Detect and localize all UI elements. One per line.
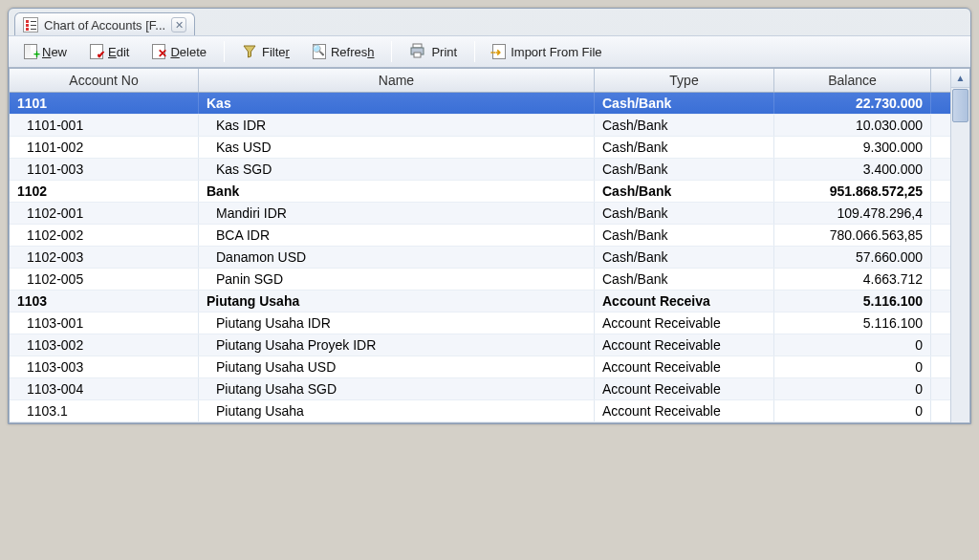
refresh-icon [313, 44, 326, 59]
grid-header: Account No Name Type Balance [10, 69, 969, 93]
cell-name: Kas SGD [199, 159, 595, 180]
cell-name: Danamon USD [199, 247, 595, 268]
cell-type: Cash/Bank [595, 115, 774, 136]
cell-type: Cash/Bank [595, 269, 774, 290]
cell-name: Bank [199, 181, 595, 202]
cell-account-no: 1101-003 [10, 159, 199, 180]
new-button[interactable]: New [18, 41, 73, 62]
new-label: New [42, 45, 67, 59]
cell-name: Kas USD [199, 137, 595, 158]
delete-button[interactable]: Delete [146, 41, 212, 62]
delete-label: Delete [170, 45, 207, 59]
toolbar-separator [474, 41, 475, 62]
edit-label: Edit [108, 45, 129, 59]
cell-account-no: 1103.1 [10, 400, 199, 421]
cell-balance: 5.116.100 [774, 291, 931, 312]
vertical-scrollbar[interactable]: ▲ [950, 69, 969, 422]
table-row[interactable]: 1101KasCash/Bank22.730.000 [10, 93, 969, 115]
cell-name: Piutang Usaha [199, 400, 595, 421]
cell-name: Piutang Usaha SGD [199, 378, 595, 399]
cell-type: Cash/Bank [595, 225, 774, 246]
print-button[interactable]: Print [403, 40, 463, 63]
edit-button[interactable]: Edit [84, 41, 135, 62]
list-icon [23, 17, 38, 32]
column-header-account-no[interactable]: Account No [10, 69, 199, 92]
cell-type: Cash/Bank [595, 137, 774, 158]
cell-name: Panin SGD [199, 269, 595, 290]
cell-account-no: 1102-003 [10, 247, 199, 268]
tab-title: Chart of Accounts [F... [44, 18, 165, 32]
import-icon [492, 44, 506, 59]
cell-balance: 3.400.000 [774, 159, 931, 180]
refresh-button[interactable]: Refresh [307, 41, 381, 62]
cell-type: Account Receivable [595, 400, 774, 421]
cell-account-no: 1101-001 [10, 115, 199, 136]
table-row[interactable]: 1103Piutang UsahaAccount Receiva5.116.10… [10, 291, 969, 312]
scroll-up-icon[interactable]: ▲ [951, 69, 969, 88]
column-header-type[interactable]: Type [595, 69, 774, 92]
cell-balance: 780.066.563,85 [774, 225, 931, 246]
table-row[interactable]: 1103-001Piutang Usaha IDRAccount Receiva… [10, 312, 969, 334]
table-row[interactable]: 1103-004Piutang Usaha SGDAccount Receiva… [10, 378, 969, 400]
table-row[interactable]: 1102-003Danamon USDCash/Bank57.660.000 [10, 247, 969, 269]
print-label: Print [431, 45, 457, 59]
cell-name: Piutang Usaha IDR [199, 312, 595, 334]
cell-account-no: 1101-002 [10, 137, 199, 158]
cell-account-no: 1102 [10, 181, 199, 202]
cell-type: Cash/Bank [595, 159, 774, 180]
tab-chart-of-accounts[interactable]: Chart of Accounts [F... ✕ [14, 12, 195, 35]
toolbar: New Edit Delete Filter Refresh Print [9, 35, 970, 68]
scroll-thumb[interactable] [952, 89, 968, 122]
table-row[interactable]: 1103-002Piutang Usaha Proyek IDRAccount … [10, 334, 969, 356]
table-row[interactable]: 1102BankCash/Bank951.868.572,25 [10, 181, 969, 203]
cell-name: Kas [199, 93, 595, 114]
cell-name: Piutang Usaha [199, 291, 595, 312]
filter-icon [242, 44, 257, 59]
cell-type: Cash/Bank [595, 203, 774, 224]
table-row[interactable]: 1102-005Panin SGDCash/Bank4.663.712 [10, 269, 969, 291]
cell-type: Account Receiva [595, 291, 774, 312]
cell-account-no: 1102-001 [10, 203, 199, 224]
chart-of-accounts-window: Chart of Accounts [F... ✕ New Edit Delet… [8, 8, 971, 424]
column-header-balance[interactable]: Balance [774, 69, 931, 92]
cell-balance: 57.660.000 [774, 247, 931, 268]
column-header-name[interactable]: Name [199, 69, 595, 92]
cell-balance: 0 [774, 334, 931, 355]
cell-name: Mandiri IDR [199, 203, 595, 224]
cell-type: Account Receivable [595, 356, 774, 377]
filter-label: Filter [262, 45, 290, 59]
table-row[interactable]: 1101-001Kas IDRCash/Bank10.030.000 [10, 115, 969, 137]
close-icon[interactable]: ✕ [171, 17, 186, 32]
new-icon [24, 44, 37, 59]
cell-name: Kas IDR [199, 115, 595, 136]
cell-balance: 0 [774, 378, 931, 399]
cell-account-no: 1103-002 [10, 334, 199, 355]
cell-type: Cash/Bank [595, 247, 774, 268]
cell-type: Cash/Bank [595, 93, 774, 114]
filter-button[interactable]: Filter [236, 41, 295, 62]
cell-name: Piutang Usaha Proyek IDR [199, 334, 595, 355]
cell-balance: 109.478.296,4 [774, 203, 931, 224]
print-icon [409, 43, 426, 60]
cell-balance: 4.663.712 [774, 269, 931, 290]
table-row[interactable]: 1102-001Mandiri IDRCash/Bank109.478.296,… [10, 203, 969, 225]
cell-account-no: 1103-003 [10, 356, 199, 377]
table-row[interactable]: 1102-002BCA IDRCash/Bank780.066.563,85 [10, 225, 969, 247]
accounts-grid: Account No Name Type Balance 1101KasCash… [9, 68, 970, 423]
toolbar-separator [224, 41, 225, 62]
cell-type: Account Receivable [595, 378, 774, 399]
import-label: Import From File [511, 45, 601, 59]
table-row[interactable]: 1101-002Kas USDCash/Bank9.300.000 [10, 137, 969, 159]
tab-bar: Chart of Accounts [F... ✕ [9, 9, 970, 35]
delete-icon [152, 44, 165, 59]
cell-type: Account Receivable [595, 334, 774, 355]
svg-rect-0 [413, 44, 422, 48]
import-button[interactable]: Import From File [487, 41, 607, 62]
table-row[interactable]: 1101-003Kas SGDCash/Bank3.400.000 [10, 159, 969, 181]
table-row[interactable]: 1103-003Piutang Usaha USDAccount Receiva… [10, 356, 969, 378]
cell-balance: 0 [774, 400, 931, 421]
cell-balance: 951.868.572,25 [774, 181, 931, 202]
cell-balance: 22.730.000 [774, 93, 931, 114]
cell-name: BCA IDR [199, 225, 595, 246]
table-row[interactable]: 1103.1Piutang UsahaAccount Receivable0 [10, 400, 969, 422]
